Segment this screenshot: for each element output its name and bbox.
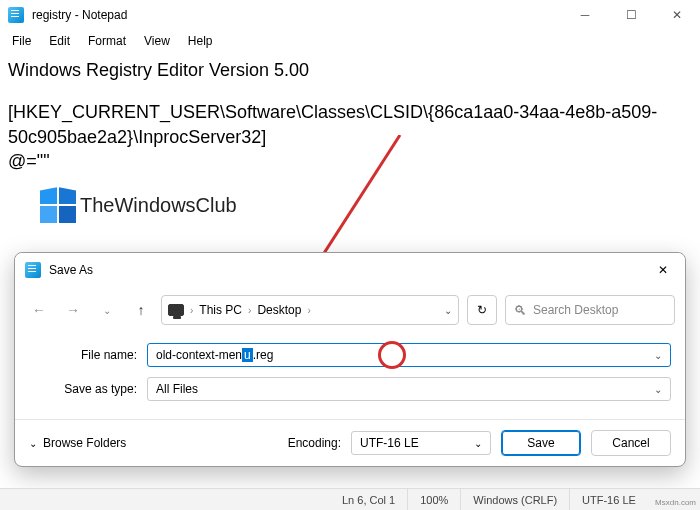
status-position: Ln 6, Col 1	[330, 489, 407, 510]
menubar: File Edit Format View Help	[0, 30, 700, 52]
menu-edit[interactable]: Edit	[41, 32, 78, 50]
notepad-icon	[8, 7, 24, 23]
editor-line: @=""	[8, 149, 692, 173]
maximize-button[interactable]: ☐	[608, 0, 654, 30]
saveastype-label: Save as type:	[29, 382, 147, 396]
filename-label: File name:	[29, 348, 147, 362]
statusbar: Ln 6, Col 1 100% Windows (CRLF) UTF-16 L…	[0, 488, 700, 510]
dialog-title: Save As	[49, 263, 93, 277]
pc-icon	[168, 304, 184, 316]
nav-up-button[interactable]: ↑	[127, 296, 155, 324]
window-title: registry - Notepad	[32, 8, 127, 22]
chevron-down-icon[interactable]: ⌄	[654, 384, 662, 395]
annotation-circle	[378, 341, 406, 369]
nav-recent-dropdown[interactable]: ⌄	[93, 296, 121, 324]
chevron-right-icon[interactable]: ›	[248, 305, 251, 316]
close-button[interactable]: ✕	[654, 0, 700, 30]
status-encoding: UTF-16 LE	[569, 489, 648, 510]
menu-help[interactable]: Help	[180, 32, 221, 50]
save-button[interactable]: Save	[501, 430, 581, 456]
menu-file[interactable]: File	[4, 32, 39, 50]
browse-folders-toggle[interactable]: ⌄ Browse Folders	[29, 436, 126, 450]
status-eol: Windows (CRLF)	[460, 489, 569, 510]
editor-line: [HKEY_CURRENT_USER\Software\Classes\CLSI…	[8, 100, 692, 149]
editor-line: Windows Registry Editor Version 5.00	[8, 58, 692, 82]
notepad-icon	[25, 262, 41, 278]
cancel-button[interactable]: Cancel	[591, 430, 671, 456]
attribution: Msxdn.com	[655, 498, 696, 507]
breadcrumb-root[interactable]: This PC	[199, 303, 242, 317]
chevron-down-icon: ⌄	[474, 438, 482, 449]
search-input[interactable]: 🔍︎ Search Desktop	[505, 295, 675, 325]
chevron-down-icon: ⌄	[29, 438, 37, 449]
breadcrumb-folder[interactable]: Desktop	[257, 303, 301, 317]
menu-view[interactable]: View	[136, 32, 178, 50]
search-icon: 🔍︎	[514, 303, 527, 318]
watermark: TheWindowsClub	[40, 187, 692, 223]
nav-back-button[interactable]: ←	[25, 296, 53, 324]
encoding-select[interactable]: UTF-16 LE ⌄	[351, 431, 491, 455]
chevron-right-icon[interactable]: ›	[190, 305, 193, 316]
minimize-button[interactable]: ─	[562, 0, 608, 30]
titlebar: registry - Notepad ─ ☐ ✕	[0, 0, 700, 30]
save-as-dialog: Save As ✕ ← → ⌄ ↑ › This PC › Desktop › …	[14, 252, 686, 467]
dialog-close-button[interactable]: ✕	[641, 253, 685, 287]
chevron-right-icon[interactable]: ›	[307, 305, 310, 316]
windows-logo-icon	[40, 187, 76, 223]
saveastype-select[interactable]: All Files ⌄	[147, 377, 671, 401]
nav-forward-button: →	[59, 296, 87, 324]
status-zoom[interactable]: 100%	[407, 489, 460, 510]
address-dropdown-icon[interactable]: ⌄	[444, 305, 452, 316]
chevron-down-icon[interactable]: ⌄	[654, 350, 662, 361]
editor-area[interactable]: Windows Registry Editor Version 5.00 [HK…	[0, 52, 700, 252]
menu-format[interactable]: Format	[80, 32, 134, 50]
address-bar[interactable]: › This PC › Desktop › ⌄	[161, 295, 459, 325]
refresh-button[interactable]: ↻	[467, 295, 497, 325]
encoding-label: Encoding:	[288, 436, 341, 450]
filename-input[interactable]: old-context-menu.reg ⌄	[147, 343, 671, 367]
